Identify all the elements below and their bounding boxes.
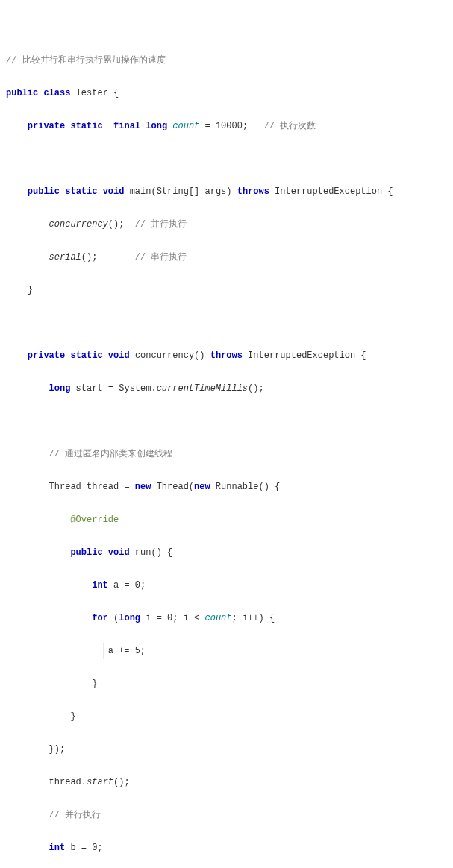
code-line: for (long i = 0; i < count; i++) { xyxy=(6,610,447,626)
keyword: long xyxy=(146,121,167,131)
code-line: } xyxy=(6,282,447,298)
field: count xyxy=(204,613,231,623)
keyword: throws xyxy=(237,186,269,197)
method-call: serial xyxy=(49,252,81,262)
text: Thread thread = xyxy=(49,482,135,492)
keyword: int xyxy=(49,843,66,853)
comment: // 并行执行 xyxy=(135,219,187,230)
code-line: Thread thread = new Thread(new Runnable(… xyxy=(6,479,447,495)
text: = xyxy=(199,121,216,131)
text: InterruptedException { xyxy=(243,350,366,361)
text: ( xyxy=(108,613,119,623)
keyword: static xyxy=(70,350,102,361)
text: } xyxy=(70,711,75,722)
keyword: void xyxy=(108,350,130,361)
annotation: @Override xyxy=(70,515,119,525)
code-line: private static final long count = 10000;… xyxy=(6,118,447,134)
code-line xyxy=(6,315,447,331)
keyword: private xyxy=(28,350,65,361)
code-line xyxy=(6,413,447,430)
keyword: static xyxy=(65,186,97,197)
method-call: start xyxy=(87,777,113,787)
keyword: int xyxy=(92,580,108,591)
comment: // 并行执行 xyxy=(49,810,101,820)
code-line: int a = 0; xyxy=(6,577,447,594)
text: ; xyxy=(140,580,146,591)
text: b = xyxy=(65,843,92,853)
keyword: static xyxy=(70,121,102,131)
text: (); xyxy=(108,219,125,230)
keyword: public xyxy=(70,547,102,558)
comment: // 执行次数 xyxy=(264,121,316,131)
fold-gutter xyxy=(103,643,107,659)
comment: // 通过匿名内部类来创建线程 xyxy=(49,449,173,459)
number: 0 xyxy=(135,580,140,591)
keyword: class xyxy=(43,88,70,98)
comment: // 比较并行和串行执行累加操作的速度 xyxy=(6,55,166,66)
code-line: // 并行执行 xyxy=(6,807,447,823)
keyword: private xyxy=(28,121,65,131)
keyword: long xyxy=(49,383,71,394)
keyword: for xyxy=(92,613,108,623)
code-line: private static void concurrency() throws… xyxy=(6,347,447,364)
field: count xyxy=(172,121,199,131)
code-line xyxy=(6,151,447,167)
code-line: // 比较并行和串行执行累加操作的速度 xyxy=(6,52,447,69)
keyword: long xyxy=(119,613,140,623)
code-line: long start = System.currentTimeMillis(); xyxy=(6,380,447,397)
text: } xyxy=(28,285,33,295)
text: concurrency() xyxy=(135,350,210,361)
text: (); xyxy=(81,252,98,262)
text: i = xyxy=(140,613,167,623)
keyword: public xyxy=(6,88,38,98)
code-line: serial(); // 串行执行 xyxy=(6,249,447,265)
text: }); xyxy=(49,744,66,755)
text: run() { xyxy=(130,547,173,558)
keyword: void xyxy=(103,186,125,197)
method-call: concurrency xyxy=(49,219,108,230)
text: thread. xyxy=(49,777,87,787)
number: 5 xyxy=(135,646,140,656)
code-line: concurrency(); // 并行执行 xyxy=(6,216,447,233)
code-line: public class Tester { xyxy=(6,85,447,101)
code-line: thread.start(); xyxy=(6,774,447,790)
code-line: int b = 0; xyxy=(6,840,447,856)
number: 10000 xyxy=(216,121,243,131)
text: } xyxy=(92,679,97,689)
text: a = xyxy=(108,580,135,591)
text: (); xyxy=(113,777,130,787)
keyword: throws xyxy=(210,350,243,361)
code-line: a += 5; xyxy=(6,643,447,659)
text: ; xyxy=(97,843,102,853)
text: start = System. xyxy=(70,383,156,394)
code-line: public void run() { xyxy=(6,544,447,561)
keyword: new xyxy=(135,482,151,492)
text: a += xyxy=(108,646,135,656)
text: ; xyxy=(140,646,146,656)
keyword: public xyxy=(28,186,60,197)
method-call: currentTimeMillis xyxy=(157,383,248,394)
text: main(String[] args) xyxy=(130,186,237,197)
keyword: new xyxy=(194,482,210,492)
code-line: @Override xyxy=(6,512,447,528)
text: (); xyxy=(248,383,264,394)
text: Thread( xyxy=(151,482,194,492)
code-line: // 通过匿名内部类来创建线程 xyxy=(6,446,447,462)
text: Tester { xyxy=(76,88,119,98)
text: InterruptedException { xyxy=(269,186,393,197)
keyword: void xyxy=(108,547,130,558)
code-line: public static void main(String[] args) t… xyxy=(6,183,447,200)
keyword: final xyxy=(113,121,140,131)
text: ; xyxy=(243,121,248,131)
comment: // 串行执行 xyxy=(135,252,187,262)
text: ; i < xyxy=(172,613,204,623)
code-line: } xyxy=(6,708,447,725)
code-line: } xyxy=(6,676,447,692)
text: Runnable() { xyxy=(210,482,281,492)
text: ; i++) { xyxy=(232,613,275,623)
code-line: }); xyxy=(6,741,447,758)
